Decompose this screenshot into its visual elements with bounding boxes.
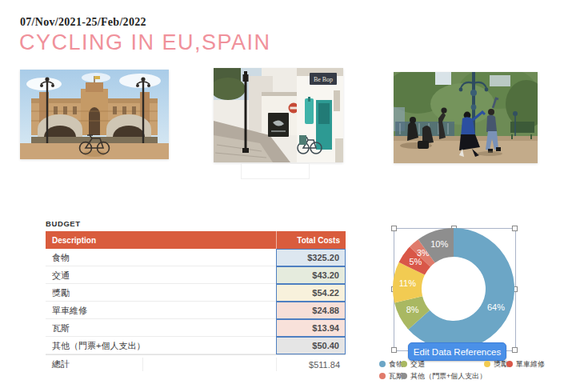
slide-canvas: 07/Nov/2021-25/Feb/2022 CYCLING IN EU,SP… bbox=[0, 0, 576, 392]
legend-item: 獎勵 bbox=[484, 359, 508, 369]
row-total-cost-cell[interactable]: $24.88 bbox=[276, 302, 346, 319]
budget-table-row[interactable]: 其他（門票+個人支出）$50.40 bbox=[46, 337, 346, 354]
row-description: 瓦斯 bbox=[52, 319, 70, 337]
budget-table-row[interactable]: 交通$43.20 bbox=[46, 266, 346, 284]
budget-table-row[interactable]: 瓦斯$13.94 bbox=[46, 319, 346, 337]
total-row-value: $511.84 bbox=[309, 355, 340, 374]
row-total-cost-cell[interactable]: $43.20 bbox=[276, 266, 346, 284]
legend-label: 單車維修 bbox=[516, 359, 545, 370]
budget-table-row[interactable]: 食物$325.20 bbox=[46, 249, 346, 266]
budget-donut-chart[interactable]: 64%8%11%5%3%10% bbox=[390, 225, 518, 353]
row-description: 單車維修 bbox=[52, 302, 87, 319]
legend-color-dot bbox=[484, 361, 490, 367]
column-header-total-costs[interactable]: Total Costs bbox=[276, 231, 346, 249]
budget-section-label: BUDGET bbox=[46, 219, 81, 228]
chart-legend[interactable]: 食物交通獎勵單車維修瓦斯其他（門票+個人支出） bbox=[376, 359, 576, 385]
row-description: 獎勵 bbox=[52, 284, 70, 302]
plaza-de-espana-photo[interactable] bbox=[20, 70, 169, 159]
white-street-photo[interactable]: Be Bop bbox=[214, 68, 343, 162]
page-title: CYCLING IN EU,SPAIN bbox=[19, 30, 271, 55]
date-range-text: 07/Nov/2021-25/Feb/2022 bbox=[20, 16, 146, 29]
legend-item: 其他（門票+個人支出） bbox=[401, 371, 486, 381]
slice-percent-label: 8% bbox=[406, 305, 419, 314]
cell-divider bbox=[142, 358, 143, 371]
legend-label: 交通 bbox=[410, 359, 425, 370]
legend-item: 單車維修 bbox=[506, 359, 545, 369]
slice-percent-label: 64% bbox=[487, 302, 505, 312]
legend-item: 瓦斯 bbox=[379, 371, 403, 381]
column-header-description[interactable]: Description bbox=[46, 231, 276, 249]
legend-color-dot bbox=[506, 361, 513, 367]
park-dancers-photo[interactable] bbox=[394, 72, 538, 163]
budget-table-row[interactable]: 單車維修$24.88 bbox=[46, 302, 346, 319]
row-description: 食物 bbox=[52, 249, 70, 266]
row-total-cost-cell[interactable]: $325.20 bbox=[276, 249, 346, 266]
row-total-cost-cell[interactable]: $13.94 bbox=[276, 319, 346, 337]
legend-item: 交通 bbox=[401, 359, 425, 369]
slice-percent-label: 11% bbox=[399, 278, 416, 288]
slice-percent-label: 5% bbox=[409, 257, 422, 266]
legend-item: 食物 bbox=[379, 359, 403, 369]
budget-total-row[interactable]: 總計 $511.84 bbox=[46, 354, 346, 374]
total-row-label: 總計 bbox=[52, 355, 70, 374]
budget-table-row[interactable]: 獎勵$54.22 bbox=[46, 284, 346, 302]
budget-table-header: Description Total Costs bbox=[46, 231, 346, 249]
cell-divider bbox=[276, 358, 277, 371]
svg-text:Be Bop: Be Bop bbox=[314, 76, 333, 83]
row-total-cost-cell[interactable]: $50.40 bbox=[276, 337, 346, 354]
legend-color-dot bbox=[379, 373, 386, 379]
slice-percent-label: 10% bbox=[430, 239, 448, 249]
row-total-cost-cell[interactable]: $54.22 bbox=[276, 284, 346, 302]
legend-color-dot bbox=[379, 361, 386, 367]
legend-color-dot bbox=[401, 361, 407, 367]
legend-label: 其他（門票+個人支出） bbox=[410, 371, 486, 382]
photo-reflection bbox=[241, 163, 310, 179]
legend-color-dot bbox=[401, 373, 407, 379]
row-description: 其他（門票+個人支出） bbox=[52, 337, 145, 354]
row-description: 交通 bbox=[52, 266, 70, 284]
